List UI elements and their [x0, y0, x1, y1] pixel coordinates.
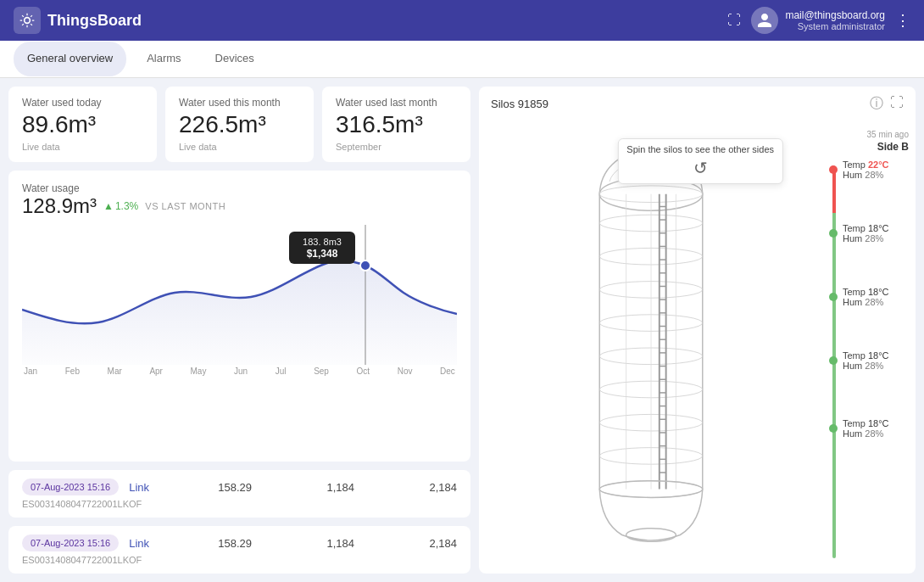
hum-4: 28%	[865, 361, 883, 371]
main-content: Water used today 89.6m³ Live data Water …	[0, 78, 924, 582]
hum-2: 28%	[865, 233, 883, 243]
data-num2-2: 1,184	[262, 537, 354, 550]
user-role: System administrator	[785, 21, 885, 31]
chart-value-row: 128.9m³ ▲ 1.3% VS LAST MONTH	[22, 194, 457, 218]
sensor-text-1: Temp 22°C Hum 28%	[843, 159, 889, 180]
logo-icon	[14, 7, 41, 34]
user-email: mail@thingsboard.org	[785, 9, 885, 21]
side-reading-5: Temp 18°C Hum 28%	[829, 418, 909, 439]
silo-header: Silos 91859 ⓘ ⛶	[479, 87, 916, 121]
svg-text:$1,348: $1,348	[307, 248, 338, 260]
data-link-1[interactable]: Link	[129, 481, 149, 494]
metric-value-month: 226.5m³	[179, 112, 300, 138]
menu-icon[interactable]: ⋮	[895, 11, 910, 30]
metric-card-today: Water used today 89.6m³ Live data	[8, 87, 157, 162]
temp-5: 18°C	[868, 418, 889, 428]
svg-point-0	[25, 18, 31, 24]
data-id-2: ES0031408047722001LKOF	[22, 555, 142, 565]
sensor-text-3: Temp 18°C Hum 28%	[843, 287, 889, 307]
silo-3d-container: Spin the silos to see the other sides ↺	[479, 121, 822, 574]
data-num3-1: 2,184	[365, 481, 457, 494]
chart-svg-container[interactable]: 183. 8m3 $1,348	[22, 225, 457, 365]
metric-value-last-month: 316.5m³	[336, 112, 457, 138]
spin-cursor-icon: ↺	[626, 158, 774, 178]
side-readings-list: Temp 22°C Hum 28% Temp 18°C Hum 28%	[829, 159, 909, 565]
chart-months: Jan Feb Mar Apr May Jun Jul Sep Oct Nov …	[22, 367, 457, 376]
silo-panel: Silos 91859 ⓘ ⛶ Spin the silos to see th…	[479, 87, 916, 574]
change-pct: 1.3%	[115, 200, 138, 212]
data-tag-1: 07-Aug-2023 15:16	[22, 478, 119, 495]
side-label: Side B	[829, 141, 909, 153]
metric-value-today: 89.6m³	[22, 112, 143, 138]
side-reading-1: Temp 22°C Hum 28%	[829, 159, 909, 180]
temp-3: 18°C	[868, 287, 889, 297]
tab-devices[interactable]: Devices	[202, 42, 268, 76]
data-num1-2: 158.29	[159, 537, 252, 550]
metric-sub-last-month: September	[336, 142, 457, 152]
silo-actions: ⓘ ⛶	[870, 95, 904, 113]
temp-2: 18°C	[868, 223, 889, 233]
chart-main-value: 128.9m³	[22, 194, 97, 218]
tab-general-overview[interactable]: General overview	[14, 42, 126, 76]
data-num1-1: 158.29	[159, 481, 252, 494]
data-link-2[interactable]: Link	[129, 537, 149, 550]
metric-label-last-month: Water used last month	[336, 97, 457, 109]
silo-tooltip-text: Spin the silos to see the other sides	[626, 144, 774, 154]
silo-svg	[558, 140, 744, 556]
expand-icon[interactable]: ⛶	[727, 13, 741, 28]
tab-alarms[interactable]: Alarms	[133, 42, 194, 76]
sensor-dot-3	[829, 293, 838, 301]
chart-svg: 183. 8m3 $1,348	[22, 225, 457, 365]
app-logo: ThingsBoard	[14, 7, 142, 34]
side-reading-3: Temp 18°C Hum 28%	[829, 287, 909, 307]
data-row-1: 07-Aug-2023 15:16 Link 158.29 1,184 2,18…	[8, 470, 470, 518]
data-num3-2: 2,184	[365, 537, 457, 550]
sensor-text-2: Temp 18°C Hum 28%	[843, 223, 889, 243]
data-row-2: 07-Aug-2023 15:16 Link 158.29 1,184 2,18…	[8, 526, 470, 574]
chart-vs-label: VS LAST MONTH	[145, 201, 225, 211]
silo-tooltip: Spin the silos to see the other sides ↺	[617, 138, 783, 184]
change-dir: ▲	[103, 200, 114, 212]
fullscreen-icon[interactable]: ⛶	[890, 95, 904, 113]
hum-5: 28%	[865, 428, 883, 439]
sensor-text-4: Temp 18°C Hum 28%	[843, 350, 889, 371]
metric-sub-today: Live data	[22, 142, 143, 152]
metric-card-month: Water used this month 226.5m³ Live data	[165, 87, 314, 162]
app-header: ThingsBoard ⛶ mail@thingsboard.org Syste…	[0, 0, 924, 41]
sensor-text-5: Temp 18°C Hum 28%	[843, 418, 889, 439]
header-right: ⛶ mail@thingsboard.org System administra…	[727, 7, 910, 34]
side-time-ago: 35 min ago	[829, 130, 909, 139]
hum-1: 28%	[865, 170, 883, 180]
silo-content: Spin the silos to see the other sides ↺	[479, 121, 916, 574]
sensor-dot-1	[829, 165, 838, 174]
data-num2-1: 1,184	[262, 481, 354, 494]
sensor-dot-2	[829, 229, 838, 238]
data-id-1: ES0031408047722001LKOF	[22, 499, 142, 509]
temp-4: 18°C	[868, 350, 889, 361]
app-name: ThingsBoard	[47, 12, 142, 30]
sensor-dot-5	[829, 424, 838, 433]
data-tag-2: 07-Aug-2023 15:16	[22, 534, 119, 551]
sensor-dot-4	[829, 356, 838, 365]
svg-point-2	[360, 260, 370, 271]
chart-change: ▲ 1.3%	[103, 200, 138, 212]
temp-1: 22°C	[868, 159, 889, 170]
metric-cards: Water used today 89.6m³ Live data Water …	[8, 87, 470, 162]
hum-3: 28%	[865, 297, 883, 307]
user-avatar	[751, 7, 778, 34]
chart-title: Water usage	[22, 182, 457, 194]
chart-card: Water usage 128.9m³ ▲ 1.3% VS LAST MONTH	[8, 171, 470, 462]
metric-label-today: Water used today	[22, 97, 143, 109]
metric-card-last-month: Water used last month 316.5m³ September	[322, 87, 470, 162]
user-details: mail@thingsboard.org System administrato…	[785, 9, 885, 31]
svg-point-46	[626, 528, 676, 541]
left-panel: Water used today 89.6m³ Live data Water …	[8, 87, 470, 574]
side-reading-4: Temp 18°C Hum 28%	[829, 350, 909, 371]
chart-header: Water usage 128.9m³ ▲ 1.3% VS LAST MONTH	[22, 182, 457, 218]
info-icon[interactable]: ⓘ	[870, 95, 883, 113]
metric-label-month: Water used this month	[179, 97, 300, 109]
silo-title: Silos 91859	[491, 98, 548, 110]
side-data-panel: 35 min ago Side B Temp 22°C Hum 28%	[822, 121, 916, 574]
tabs-bar: General overview Alarms Devices	[0, 41, 924, 78]
side-reading-2: Temp 18°C Hum 28%	[829, 223, 909, 243]
